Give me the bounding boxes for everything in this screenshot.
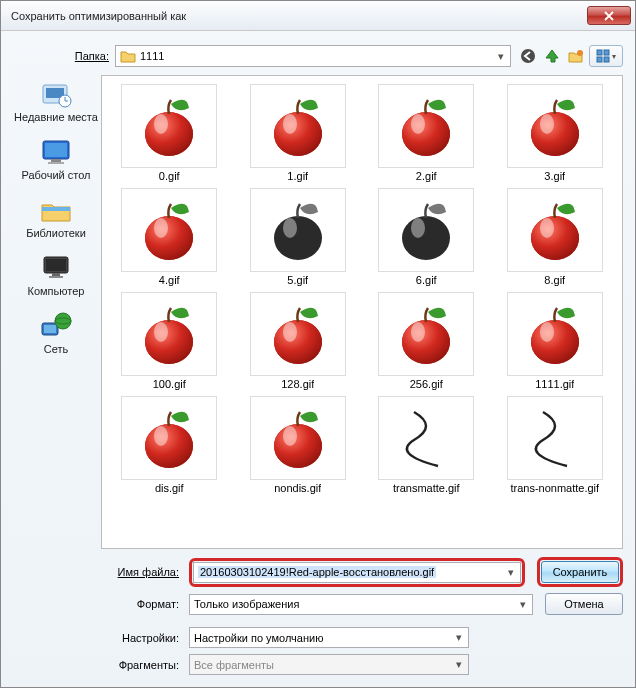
filename-input[interactable]: 20160303102419!Red-apple-восстановлено.g… (193, 562, 521, 583)
save-button[interactable]: Сохранить (541, 561, 619, 583)
sidebar-item-label: Недавние места (14, 111, 98, 123)
save-dialog: Сохранить оптимизированный как Папка: 11… (0, 0, 636, 688)
thumbnail-image (250, 188, 346, 272)
sidebar-item-libraries[interactable]: Библиотеки (13, 193, 99, 241)
form-area: Имя файла: 20160303102419!Red-apple-восс… (13, 549, 623, 675)
file-thumbnail[interactable]: nondis.gif (235, 394, 362, 496)
filename-value: 20160303102419!Red-apple-восстановлено.g… (198, 566, 436, 578)
settings-value: Настройки по умолчанию (194, 632, 323, 644)
file-thumbnail[interactable]: 2.gif (363, 82, 490, 184)
computer-icon (39, 253, 73, 283)
recent-icon (39, 79, 73, 109)
thumbnail-image (121, 396, 217, 480)
svg-rect-16 (51, 159, 61, 162)
thumbnail-caption: trans-nonmatte.gif (510, 482, 599, 494)
chevron-down-icon: ▾ (451, 630, 466, 645)
fragments-label: Фрагменты: (13, 659, 183, 671)
thumbnail-image (507, 188, 603, 272)
folder-combo[interactable]: 1111 ▾ (115, 45, 511, 67)
file-thumbnail[interactable]: 6.gif (363, 186, 490, 288)
svg-rect-10 (604, 57, 609, 62)
dialog-body: Папка: 1111 ▾ ▾ Недавние места (1, 31, 635, 687)
file-thumbnail[interactable]: 1.gif (235, 82, 362, 184)
file-grid: 0.gif1.gif2.gif3.gif4.gif5.gif6.gif8.gif… (106, 82, 618, 496)
format-combo[interactable]: Только изображения ▾ (189, 594, 533, 615)
file-thumbnail[interactable]: 8.gif (492, 186, 619, 288)
thumbnail-caption: 256.gif (410, 378, 443, 390)
view-icon (596, 49, 610, 63)
svg-rect-20 (46, 259, 66, 271)
file-thumbnail[interactable]: 128.gif (235, 290, 362, 392)
thumbnail-image (250, 292, 346, 376)
content-area: Недавние места Рабочий стол Библиотеки К… (13, 75, 623, 549)
file-thumbnail[interactable]: trans-nonmatte.gif (492, 394, 619, 496)
thumbnail-image (250, 396, 346, 480)
file-thumbnail[interactable]: 256.gif (363, 290, 490, 392)
thumbnail-image (507, 84, 603, 168)
file-thumbnail[interactable]: transmatte.gif (363, 394, 490, 496)
settings-combo[interactable]: Настройки по умолчанию ▾ (189, 627, 469, 648)
folder-icon (120, 49, 136, 63)
new-folder-icon (568, 48, 584, 64)
desktop-icon (39, 137, 73, 167)
file-thumbnail[interactable]: 1111.gif (492, 290, 619, 392)
up-icon (544, 48, 560, 64)
thumbnail-caption: 2.gif (416, 170, 437, 182)
svg-point-6 (577, 50, 583, 56)
thumbnail-caption: dis.gif (155, 482, 184, 494)
svg-rect-18 (42, 207, 70, 211)
thumbnail-caption: 1.gif (287, 170, 308, 182)
thumbnail-caption: 100.gif (153, 378, 186, 390)
sidebar-item-computer[interactable]: Компьютер (13, 251, 99, 299)
thumbnail-image (378, 188, 474, 272)
thumbnail-image (507, 292, 603, 376)
new-folder-button[interactable] (565, 45, 587, 67)
file-thumbnail[interactable]: 100.gif (106, 290, 233, 392)
svg-rect-17 (48, 162, 64, 164)
file-thumbnail[interactable]: dis.gif (106, 394, 233, 496)
network-icon (39, 311, 73, 341)
thumbnail-image (378, 84, 474, 168)
folder-label: Папка: (67, 50, 109, 62)
sidebar-item-network[interactable]: Сеть (13, 309, 99, 357)
svg-rect-24 (44, 325, 56, 333)
sidebar-item-desktop[interactable]: Рабочий стол (13, 135, 99, 183)
svg-rect-15 (45, 143, 67, 157)
svg-rect-9 (597, 57, 602, 62)
format-value: Только изображения (194, 598, 299, 610)
thumbnail-caption: transmatte.gif (393, 482, 460, 494)
chevron-down-icon: ▾ (503, 565, 518, 580)
close-button[interactable] (587, 6, 631, 25)
thumbnail-image (378, 396, 474, 480)
file-thumbnail[interactable]: 5.gif (235, 186, 362, 288)
sidebar-item-label: Рабочий стол (21, 169, 90, 181)
svg-point-5 (521, 49, 535, 63)
file-thumbnail[interactable]: 3.gif (492, 82, 619, 184)
file-thumbnail[interactable]: 0.gif (106, 82, 233, 184)
svg-point-25 (55, 313, 71, 329)
settings-label: Настройки: (13, 632, 183, 644)
chevron-down-icon: ▾ (515, 597, 530, 612)
view-button[interactable]: ▾ (589, 45, 623, 67)
cancel-button[interactable]: Отмена (545, 593, 623, 615)
nav-icons: ▾ (517, 45, 623, 67)
thumbnail-caption: 1111.gif (535, 378, 574, 390)
window-title: Сохранить оптимизированный как (11, 10, 587, 22)
svg-rect-21 (52, 273, 60, 276)
thumbnail-caption: nondis.gif (274, 482, 321, 494)
sidebar-item-recent[interactable]: Недавние места (13, 77, 99, 125)
back-button[interactable] (517, 45, 539, 67)
fragments-combo: Все фрагменты ▾ (189, 654, 469, 675)
thumbnail-caption: 128.gif (281, 378, 314, 390)
chevron-down-icon: ▾ (493, 49, 508, 64)
sidebar-item-label: Сеть (44, 343, 68, 355)
folder-row: Папка: 1111 ▾ ▾ (13, 41, 623, 75)
titlebar: Сохранить оптимизированный как (1, 1, 635, 31)
fragments-value: Все фрагменты (194, 659, 274, 671)
file-thumbnail[interactable]: 4.gif (106, 186, 233, 288)
filename-label: Имя файла: (13, 566, 183, 578)
up-button[interactable] (541, 45, 563, 67)
thumbnail-caption: 8.gif (544, 274, 565, 286)
file-pane[interactable]: 0.gif1.gif2.gif3.gif4.gif5.gif6.gif8.gif… (101, 75, 623, 549)
thumbnail-image (378, 292, 474, 376)
